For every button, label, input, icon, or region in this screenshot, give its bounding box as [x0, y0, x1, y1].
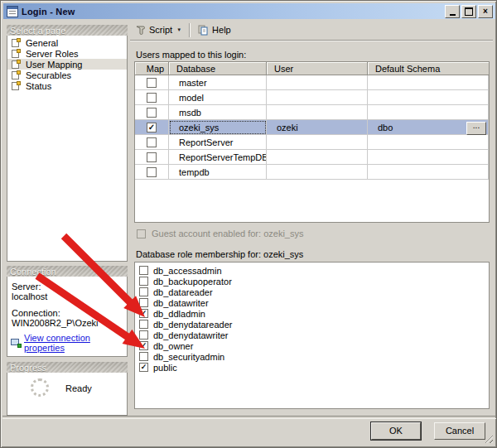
role-checkbox[interactable] [139, 287, 148, 296]
grid-header-row: Map Database User Default Schema [135, 62, 489, 75]
schema-cell [368, 165, 489, 180]
ok-button[interactable]: OK [371, 422, 421, 440]
column-header-default-schema: Default Schema [368, 62, 489, 75]
schema-browse-button[interactable]: ... [466, 122, 486, 135]
sidebar-item-label: Server Roles [26, 49, 79, 59]
role-checkbox-checked[interactable]: ✓ [139, 309, 148, 318]
sidebar-item-server-roles[interactable]: Server Roles [7, 48, 127, 59]
page-icon [11, 49, 21, 59]
role-label: db_owner [153, 341, 193, 351]
role-item-db-backupoperator[interactable]: db_backupoperator [135, 276, 489, 287]
map-checkbox[interactable] [147, 137, 157, 147]
button-bar-divider [2, 416, 496, 419]
database-cell: ReportServerTempDB [169, 150, 267, 165]
map-checkbox[interactable] [147, 152, 157, 162]
role-checkbox[interactable] [139, 266, 148, 275]
table-row-model[interactable]: model [135, 90, 489, 105]
guest-account-checkbox [137, 229, 146, 238]
role-item-db-denydatawriter[interactable]: db_denydatawriter [135, 330, 489, 340]
role-checkbox[interactable] [139, 298, 148, 307]
role-item-db-owner[interactable]: ✓ db_owner [135, 340, 489, 351]
minimize-icon [450, 14, 456, 16]
script-button[interactable]: Script ▼ [130, 22, 186, 37]
role-checkbox-checked[interactable]: ✓ [139, 363, 148, 372]
progress-status: Ready [65, 383, 92, 393]
close-icon: × [483, 7, 488, 16]
table-row-tempdb[interactable]: tempdb [135, 165, 489, 180]
table-row-master[interactable]: master [135, 75, 489, 90]
users-mapped-label: Users mapped to this login: [136, 50, 246, 60]
minimize-button[interactable] [445, 5, 460, 18]
map-checkbox[interactable] [147, 78, 157, 88]
column-header-map: Map [139, 64, 164, 74]
database-cell: ReportServer [169, 135, 267, 150]
page-icon [11, 81, 21, 91]
page-icon [11, 60, 21, 70]
script-icon [134, 24, 146, 36]
schema-cell [368, 90, 489, 105]
role-label: db_denydatawriter [153, 330, 229, 340]
role-checkbox[interactable] [139, 320, 148, 329]
connection-header: Connection [7, 266, 128, 277]
guest-account-checkbox-row: Guest account enabled for: ozeki_sys [137, 229, 303, 238]
sidebar-item-status[interactable]: Status [7, 80, 127, 91]
cancel-button[interactable]: Cancel [434, 422, 485, 440]
user-cell: ozeki [267, 120, 368, 135]
role-membership-list: db_accessadmin db_backupoperator db_data… [134, 262, 490, 409]
database-cell: tempdb [169, 165, 267, 180]
role-item-db-denydatareader[interactable]: db_denydatareader [135, 319, 489, 330]
role-checkbox[interactable] [139, 330, 148, 340]
role-label: db_backupoperator [153, 277, 232, 287]
user-mapping-grid: Map Database User Default Schema master … [134, 61, 490, 223]
map-checkbox[interactable] [147, 167, 157, 177]
role-membership-label: Database role membership for: ozeki_sys [136, 249, 303, 259]
connection-properties-icon [11, 339, 22, 348]
table-row-reportserver[interactable]: ReportServer [135, 135, 489, 150]
schema-cell [368, 135, 489, 150]
sidebar-item-label: User Mapping [26, 60, 82, 70]
help-button[interactable]: Help [193, 22, 235, 37]
role-item-db-ddladmin[interactable]: ✓ db_ddladmin [135, 308, 489, 319]
role-label: public [153, 363, 177, 373]
column-header-database: Database [169, 62, 267, 75]
role-item-db-datawriter[interactable]: db_datawriter [135, 297, 489, 308]
map-checkbox[interactable] [147, 93, 157, 103]
window-title: Login - New [22, 7, 75, 17]
select-a-page-panel: General Server Roles User Mapping Secura… [7, 36, 128, 262]
role-checkbox[interactable] [139, 352, 148, 361]
maximize-button[interactable] [461, 5, 476, 18]
map-checkbox-checked[interactable]: ✓ [147, 123, 157, 132]
role-label: db_datareader [153, 287, 213, 297]
map-checkbox[interactable] [147, 108, 157, 118]
table-row-reportservertempdb[interactable]: ReportServerTempDB [135, 150, 489, 165]
database-cell: msdb [169, 105, 267, 120]
maximize-icon [465, 7, 473, 16]
role-label: db_accessadmin [153, 266, 222, 276]
sidebar-item-user-mapping[interactable]: User Mapping [7, 59, 127, 70]
close-button[interactable]: × [478, 5, 493, 18]
role-item-public[interactable]: ✓ public [135, 362, 489, 373]
role-item-db-accessadmin[interactable]: db_accessadmin [135, 265, 489, 276]
toolbar-separator [189, 23, 190, 37]
role-checkbox[interactable] [139, 277, 148, 286]
title-bar[interactable]: Login - New × [3, 3, 495, 19]
role-item-db-securityadmin[interactable]: db_securityadmin [135, 351, 489, 362]
role-label: db_ddladmin [153, 309, 205, 319]
column-header-user: User [267, 62, 368, 75]
schema-cell [368, 105, 489, 120]
database-cell: model [169, 90, 267, 105]
schema-cell [368, 75, 489, 90]
server-label: Server: [12, 282, 41, 291]
sidebar-item-general[interactable]: General [7, 37, 127, 48]
user-cell [267, 165, 368, 180]
sidebar-item-securables[interactable]: Securables [7, 70, 127, 80]
view-connection-properties-link[interactable]: View connection properties [11, 333, 127, 353]
user-cell [267, 135, 368, 150]
role-item-db-datareader[interactable]: db_datareader [135, 287, 489, 297]
link-label: View connection properties [24, 333, 127, 353]
chevron-down-icon: ▼ [176, 27, 181, 32]
table-row-ozeki-sys[interactable]: ✓ ozeki_sys ozeki dbo ... [135, 120, 489, 135]
table-row-msdb[interactable]: msdb [135, 105, 489, 120]
role-checkbox-checked[interactable]: ✓ [139, 341, 148, 350]
window-icon [7, 6, 18, 17]
